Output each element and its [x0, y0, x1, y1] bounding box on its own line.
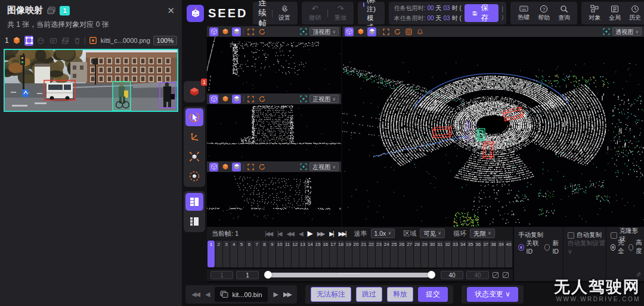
region-dropdown[interactable]: 可见∨ — [420, 229, 445, 238]
playback-button[interactable]: |◀◀ — [265, 230, 272, 237]
redo-button[interactable]: ↷重做 — [333, 4, 348, 22]
full-radio[interactable] — [611, 244, 615, 251]
frame-cell[interactable]: 17 — [330, 241, 337, 267]
frame-cell[interactable]: 22 — [368, 241, 375, 267]
history-button[interactable]: 历史 — [627, 5, 643, 22]
frame-cell[interactable]: 7 — [253, 241, 261, 267]
frame-cell[interactable]: 12 — [292, 241, 299, 267]
playback-button[interactable]: ◀◀ — [287, 230, 293, 237]
layout-split-button[interactable] — [185, 193, 203, 211]
front-view-canvas[interactable] — [207, 104, 341, 161]
file-chip[interactable]: kit...00.bin — [215, 287, 267, 302]
playback-button[interactable]: ▶▶| — [339, 230, 346, 237]
frame-cell[interactable]: 37 — [482, 241, 490, 267]
solid-cube-icon[interactable] — [221, 95, 230, 104]
camera-image-canvas[interactable] — [5, 50, 177, 111]
scale-tool-button[interactable] — [185, 148, 203, 166]
frame-cell[interactable]: 20 — [352, 241, 360, 267]
help-button[interactable]: ? 帮助 — [536, 5, 552, 22]
assoc-id-radio[interactable] — [518, 244, 524, 251]
frame-cell[interactable]: 36 — [475, 241, 482, 267]
frame-cell[interactable]: 32 — [444, 241, 451, 267]
frame-cell[interactable]: 38 — [490, 241, 497, 267]
range-slider-track[interactable]: ········· — [265, 273, 434, 277]
playback-button[interactable]: ◀ — [299, 230, 302, 237]
status-change-button[interactable]: 状态变更 ∨ — [467, 287, 518, 302]
next-file-button[interactable]: ▶ — [274, 291, 277, 298]
view-selector[interactable]: 透视图∨ — [612, 27, 642, 36]
frame-cell[interactable]: 19 — [345, 241, 352, 267]
slider-handle-left[interactable] — [264, 271, 272, 279]
loop-dropdown[interactable]: 无限∨ — [470, 229, 495, 238]
focus-icon[interactable] — [300, 95, 307, 102]
frame-cell[interactable]: 35 — [467, 241, 474, 267]
settings-button[interactable]: 设置 — [277, 5, 292, 22]
frame-cell[interactable]: 18 — [338, 241, 345, 267]
bell-icon[interactable] — [416, 27, 425, 36]
range-start-input[interactable]: 1 — [236, 271, 259, 279]
reset-rotation-icon[interactable] — [258, 163, 267, 171]
rate-dropdown[interactable]: 1.0x∨ — [371, 229, 395, 238]
frame-cell[interactable]: 11 — [284, 241, 291, 267]
frame-cell[interactable]: 13 — [299, 241, 306, 267]
pointcloud-canvas[interactable] — [342, 37, 644, 227]
wire-cube-icon[interactable] — [209, 163, 218, 171]
focus-icon[interactable] — [603, 28, 610, 35]
solid-cube-icon[interactable] — [221, 27, 230, 36]
playback-button[interactable]: ▶| — [329, 230, 333, 237]
playback-button[interactable]: |◀ — [277, 230, 281, 237]
cannot-annotate-button[interactable]: 无法标注 — [311, 287, 351, 302]
auto-copy-settings-dropdown[interactable]: 自动复制设置 ∨ — [568, 239, 606, 255]
red-cube-group-button[interactable] — [185, 83, 203, 101]
height-radio[interactable] — [628, 244, 633, 251]
new-id-radio[interactable] — [544, 244, 550, 251]
frame-cell[interactable]: 2 — [215, 241, 222, 267]
global-button[interactable]: 全局 — [607, 5, 623, 22]
wire-cube-icon[interactable] — [209, 27, 218, 36]
frame-cell[interactable]: 24 — [383, 241, 390, 267]
frame-cell[interactable]: 14 — [306, 241, 314, 267]
box-in-box-icon[interactable] — [404, 27, 413, 36]
tag-tool-icon[interactable] — [49, 36, 58, 46]
frame-cell[interactable]: 34 — [459, 241, 466, 267]
fit-view-icon[interactable] — [246, 163, 255, 171]
frame-cell[interactable]: 3 — [223, 241, 230, 267]
frame-cell[interactable]: 21 — [360, 241, 367, 267]
clear-range-icon[interactable] — [502, 271, 509, 279]
playback-button[interactable]: ▶ — [308, 229, 312, 238]
frame-cell[interactable]: 6 — [246, 241, 253, 267]
half-cube-icon[interactable] — [232, 163, 241, 171]
last-file-button[interactable]: ▶▶ — [283, 291, 291, 298]
half-cube-icon[interactable] — [367, 27, 376, 36]
clone-shape-checkbox[interactable] — [611, 232, 617, 239]
crop-box-icon[interactable] — [88, 36, 97, 46]
fit-view-icon[interactable] — [246, 27, 255, 36]
view-selector[interactable]: 左视图∨ — [309, 163, 339, 171]
axis-move-tool-button[interactable] — [185, 128, 203, 146]
cube-tool-icon[interactable] — [13, 36, 21, 46]
rect-tool-icon[interactable] — [24, 36, 33, 46]
auto-copy-checkbox[interactable] — [568, 232, 574, 239]
prev-file-button[interactable]: ◀ — [205, 291, 209, 298]
solid-cube-icon[interactable] — [221, 163, 230, 171]
undo-button[interactable]: ↶撤销 — [307, 4, 323, 22]
layers-icon[interactable] — [61, 36, 70, 46]
trash-icon[interactable] — [73, 36, 82, 46]
frame-cell[interactable]: 15 — [314, 241, 321, 267]
close-icon[interactable]: ✕ — [167, 5, 175, 16]
playback-button[interactable]: ▶▶ — [317, 230, 324, 237]
submit-button[interactable]: 提交 — [418, 287, 448, 302]
frame-cell[interactable]: 30 — [429, 241, 436, 267]
frame-cell[interactable]: 28 — [414, 241, 421, 267]
hotkey-button[interactable]: 热键 — [516, 5, 531, 21]
first-file-button[interactable]: ◀◀ — [191, 291, 199, 298]
range-end-input[interactable]: 40 — [441, 271, 463, 279]
view-selector[interactable]: 正视图∨ — [309, 95, 339, 103]
save-button[interactable]: 保存 — [465, 4, 499, 22]
frame-cell[interactable]: 1 — [208, 241, 215, 267]
top-view-canvas[interactable] — [207, 37, 341, 93]
frame-cell[interactable]: 40 — [505, 241, 512, 267]
query-button[interactable]: 查询 — [556, 5, 572, 22]
release-button[interactable]: 释放 — [387, 287, 413, 302]
select-tool-button[interactable] — [185, 108, 203, 126]
